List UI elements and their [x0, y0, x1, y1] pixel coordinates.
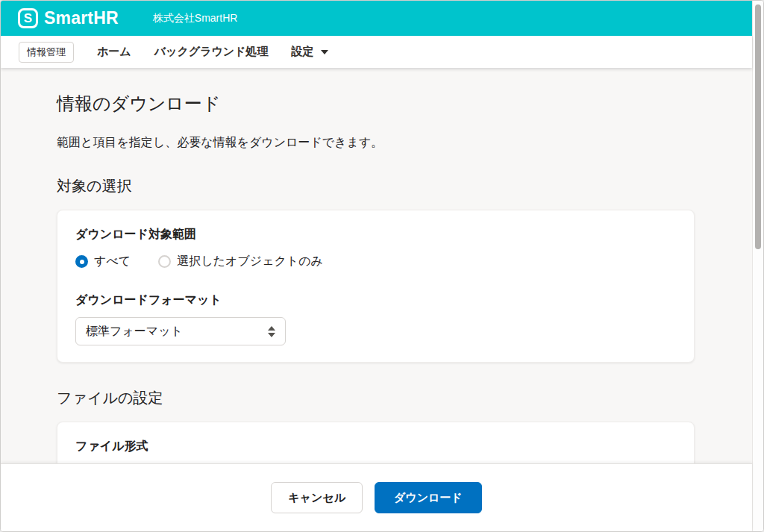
download-format-label: ダウンロードフォーマット: [75, 292, 676, 308]
main-content: 情報のダウンロード 範囲と項目を指定し、必要な情報をダウンロードできます。 対象…: [1, 68, 752, 463]
nav-item-settings-label: 設定: [292, 45, 314, 59]
app-nav: 情報管理 ホーム バックグラウンド処理 設定: [1, 36, 752, 68]
radio-icon: [158, 255, 171, 268]
download-range-radio-group: すべて 選択したオブジェクトのみ: [75, 254, 676, 269]
cancel-button[interactable]: キャンセル: [271, 482, 363, 513]
page-description: 範囲と項目を指定し、必要な情報をダウンロードできます。: [57, 135, 752, 151]
select-updown-icon: [268, 326, 275, 337]
smarthr-home-link[interactable]: S SmartHR: [18, 8, 119, 28]
browser-window: S SmartHR 株式会社SmartHR 情報管理 ホーム バックグラウンド処…: [0, 0, 764, 532]
file-format-label: ファイル形式: [75, 439, 676, 454]
target-selection-card: ダウンロード対象範囲 すべて 選択したオブジェクトのみ ダウンロードフォーマット…: [57, 210, 695, 363]
brand-name: SmartHR: [44, 8, 119, 28]
section-heading-file: ファイルの設定: [57, 388, 752, 408]
action-footer: キャンセル ダウンロード: [1, 463, 752, 531]
radio-option-selected-objects[interactable]: 選択したオブジェクトのみ: [158, 254, 323, 269]
radio-option-all-label: すべて: [94, 254, 131, 269]
nav-item-settings[interactable]: 設定: [292, 45, 328, 59]
app-badge-information-management[interactable]: 情報管理: [19, 42, 74, 63]
nav-item-home[interactable]: ホーム: [97, 45, 131, 59]
chevron-down-icon: [321, 50, 328, 54]
logo-letter: S: [24, 12, 32, 25]
section-heading-target: 対象の選択: [57, 176, 752, 196]
triangle-up-icon: [268, 326, 275, 331]
scrollbar[interactable]: [752, 1, 763, 531]
app-header: S SmartHR 株式会社SmartHR: [1, 1, 752, 36]
smarthr-logo-icon: S: [18, 8, 38, 28]
download-format-select-value: 標準フォーマット: [86, 324, 183, 339]
scrollbar-thumb[interactable]: [755, 4, 761, 249]
radio-option-all[interactable]: すべて: [75, 254, 131, 269]
page: S SmartHR 株式会社SmartHR 情報管理 ホーム バックグラウンド処…: [1, 1, 752, 531]
radio-option-selected-objects-label: 選択したオブジェクトのみ: [177, 254, 323, 269]
download-range-label: ダウンロード対象範囲: [75, 227, 676, 242]
nav-item-background-jobs[interactable]: バックグラウンド処理: [154, 45, 269, 59]
triangle-down-icon: [268, 333, 275, 337]
download-button[interactable]: ダウンロード: [375, 482, 482, 513]
company-name: 株式会社SmartHR: [153, 12, 238, 25]
page-title: 情報のダウンロード: [57, 92, 752, 116]
file-settings-card: ファイル形式 CSV Microsoft Excel: [57, 422, 695, 463]
radio-icon: [75, 255, 88, 268]
download-format-select[interactable]: 標準フォーマット: [75, 317, 286, 345]
